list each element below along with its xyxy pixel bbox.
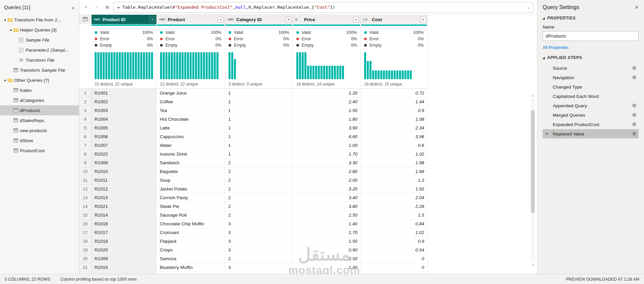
cell[interactable]: 1.70 xyxy=(293,228,361,237)
all-properties-link[interactable]: All Properties xyxy=(543,45,639,50)
cell[interactable]: 6.60 xyxy=(293,132,361,141)
cell[interactable]: R1020 xyxy=(91,246,157,254)
cell[interactable]: 2.28 xyxy=(361,202,428,211)
query-item-dsalesreps[interactable]: dSalesReps xyxy=(0,115,79,125)
query-item-dproducts[interactable]: dProducts xyxy=(0,105,79,115)
scrollbar-thumb[interactable] xyxy=(531,110,535,213)
cell[interactable]: Crisps xyxy=(157,246,225,254)
cell[interactable]: 3.96 xyxy=(361,132,428,141)
cell[interactable]: 3 xyxy=(225,263,293,272)
cell[interactable]: 1 xyxy=(225,141,293,150)
step-settings-gear-icon[interactable]: ⚙ xyxy=(632,112,637,118)
applied-step-navigation[interactable]: Navigation⚙ xyxy=(543,73,639,82)
row-number[interactable]: 19 xyxy=(79,246,91,254)
row-number[interactable]: 17 xyxy=(79,228,91,237)
cell[interactable]: 2 xyxy=(225,185,293,193)
query-item-sample-file[interactable]: Sample File xyxy=(0,35,79,45)
query-item-transform-file-from-2[interactable]: ◢Transform File from 2... xyxy=(0,15,79,25)
cell[interactable]: R1019 xyxy=(91,272,157,274)
cell[interactable]: 2.50 xyxy=(293,211,361,220)
cell[interactable]: 1.50 xyxy=(293,106,361,115)
cell[interactable]: Jacket Potato xyxy=(157,185,225,193)
cell[interactable]: 1.68 xyxy=(361,167,428,176)
cell[interactable]: 2.04 xyxy=(361,193,428,202)
cell[interactable]: 2 xyxy=(225,176,293,185)
cell[interactable]: 1.80 xyxy=(293,115,361,124)
row-number[interactable]: 13 xyxy=(79,193,91,202)
cell[interactable]: 1 xyxy=(225,106,293,115)
applied-step-source[interactable]: Source⚙ xyxy=(543,63,639,73)
cell[interactable]: 1 xyxy=(225,98,293,106)
query-item-fsales[interactable]: fsales xyxy=(0,85,79,95)
scrollbar-track[interactable] xyxy=(531,99,535,262)
cell[interactable]: 1 xyxy=(225,124,293,132)
cell[interactable]: 3 xyxy=(225,272,293,274)
query-item-transform-sample-file[interactable]: Transform Sample File xyxy=(0,65,79,75)
cell[interactable]: R1004 xyxy=(91,115,157,124)
applied-step-appended-query[interactable]: Appended Query⚙ xyxy=(543,101,639,110)
cell[interactable]: 1.00 xyxy=(293,141,361,150)
cell[interactable]: Water xyxy=(157,141,225,150)
column-header-product[interactable]: ABCProduct▼ xyxy=(157,15,225,24)
row-number[interactable]: 1 xyxy=(79,89,91,98)
cell[interactable]: Latte xyxy=(157,124,225,132)
cell[interactable]: 1.20 xyxy=(293,89,361,98)
cell[interactable]: 2 xyxy=(225,202,293,211)
cell[interactable]: 1.5 xyxy=(361,211,428,220)
query-item-transform-file[interactable]: fxTransform File xyxy=(0,55,79,65)
row-number[interactable]: 4 xyxy=(79,115,91,124)
expand-arrow-icon[interactable]: ◢ xyxy=(3,18,7,21)
delete-step-icon[interactable]: ✕ xyxy=(545,132,548,136)
cell[interactable]: 3.40 xyxy=(293,193,361,202)
cell[interactable]: 2.80 xyxy=(293,167,361,176)
cell[interactable]: R1002 xyxy=(91,98,157,106)
query-item-helper-queries-3[interactable]: ◢Helper Queries [3] xyxy=(0,25,79,35)
query-name-input[interactable] xyxy=(543,31,639,41)
cell[interactable]: 3.30 xyxy=(293,159,361,167)
select-all-button[interactable] xyxy=(79,15,91,24)
applied-step-capitalized-each-word[interactable]: Capitalized Each Word xyxy=(543,92,639,101)
column-header-cost[interactable]: 1.2Cost▼ xyxy=(361,15,428,24)
cell[interactable]: 2.20 xyxy=(293,272,361,274)
row-number[interactable]: 15 xyxy=(79,211,91,220)
row-number[interactable]: 22 xyxy=(79,272,91,274)
row-number[interactable]: 18 xyxy=(79,237,91,246)
cell[interactable]: Cappuccino xyxy=(157,132,225,141)
cell[interactable]: Samosa xyxy=(157,254,225,263)
cell[interactable]: 1.92 xyxy=(361,185,428,193)
row-number[interactable]: 2 xyxy=(79,98,91,106)
applied-step-expanded-productcost[interactable]: Expanded ProductCost⚙ xyxy=(543,120,639,129)
row-number[interactable]: 20 xyxy=(79,254,91,263)
cell[interactable]: 2.50 xyxy=(293,254,361,263)
cell[interactable]: 2 xyxy=(225,167,293,176)
filter-button-cost[interactable]: ▼ xyxy=(420,17,426,22)
cell[interactable]: 0.72 xyxy=(361,89,428,98)
status-column-profiling[interactable]: Column profiling based on top 1000 rows xyxy=(60,277,137,282)
cell[interactable]: 3 xyxy=(225,228,293,237)
cell[interactable]: R1017 xyxy=(91,228,157,237)
filter-button-product-id[interactable]: ▼ xyxy=(149,17,155,22)
commit-formula-icon[interactable]: ✓ xyxy=(92,5,101,10)
row-number[interactable]: 14 xyxy=(79,202,91,211)
collapse-panel-icon[interactable]: « xyxy=(71,5,74,10)
cell[interactable]: 0.90 xyxy=(293,246,361,254)
expand-arrow-icon[interactable]: ◢ xyxy=(3,79,7,81)
cell[interactable]: 1 xyxy=(225,115,293,124)
cell[interactable]: R1013 xyxy=(91,193,157,202)
cell[interactable]: R1016 xyxy=(91,220,157,228)
cell[interactable]: Soup xyxy=(157,176,225,185)
applied-step-merged-queries[interactable]: Merged Queries⚙ xyxy=(543,110,639,120)
cell[interactable]: R1012 xyxy=(91,185,157,193)
row-number[interactable]: 21 xyxy=(79,263,91,272)
cell[interactable]: Hot Chocolate xyxy=(157,115,225,124)
row-number[interactable]: 8 xyxy=(79,150,91,159)
discard-formula-icon[interactable]: ✕ xyxy=(81,5,91,10)
cell[interactable]: 0 xyxy=(361,263,428,272)
row-number[interactable]: 5 xyxy=(79,124,91,132)
vertical-scrollbar[interactable]: ∧ ∨ xyxy=(530,94,535,267)
row-number[interactable]: 16 xyxy=(79,220,91,228)
column-header-product-id[interactable]: ABCProduct ID▼ xyxy=(91,15,157,24)
expand-arrow-icon[interactable]: ◢ xyxy=(8,29,13,31)
query-item-new-products[interactable]: new-products xyxy=(0,125,79,135)
cell[interactable]: R1009 xyxy=(91,254,157,263)
